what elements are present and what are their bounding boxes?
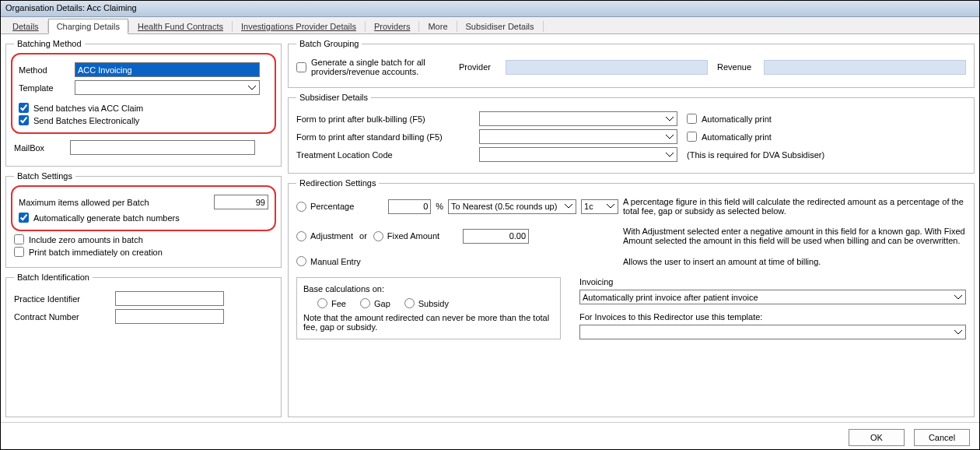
dva-note: (This is required for DVA Subsidiser) [687, 150, 824, 160]
batch-settings-highlight: Maximum items allowed per Batch Automati… [11, 185, 276, 231]
template-select[interactable] [75, 80, 260, 95]
batch-id-group: Batch Identification Practice Identifier… [5, 272, 282, 417]
rounding-select[interactable]: To Nearest (0.5c rounds up) [448, 199, 576, 214]
tab-investigations[interactable]: Investigations Provider Details [233, 19, 365, 33]
fixed-label: Fixed Amount [387, 231, 439, 241]
fee-radio[interactable] [317, 298, 327, 308]
tab-subsidiser[interactable]: Subsidiser Details [457, 19, 543, 33]
invoice-template-select[interactable] [579, 325, 966, 339]
auto-print-bulk-checkbox[interactable] [687, 114, 697, 124]
include-zero-checkbox[interactable] [14, 234, 24, 244]
provider-display [506, 60, 708, 75]
batching-legend: Batching Method [14, 39, 85, 48]
batch-grouping-group: Batch Grouping Generate a single batch f… [288, 39, 975, 88]
redirection-legend: Redirection Settings [296, 178, 379, 188]
manual-help: Allows the user to insert an amount at t… [623, 257, 966, 266]
contract-number-input[interactable] [115, 309, 224, 324]
subsidy-radio[interactable] [404, 298, 415, 308]
treatment-loc-label: Treatment Location Code [296, 150, 479, 160]
template-note: For Invoices to this Redirector use this… [579, 312, 966, 322]
fixed-radio[interactable] [373, 231, 383, 241]
practice-id-input[interactable] [115, 291, 224, 306]
form-bulk-label: Form to print after bulk-billing (F5) [296, 114, 479, 124]
invoicing-label: Invoicing [579, 277, 966, 287]
base-on-label: Base calculations on: [303, 284, 554, 294]
ok-button[interactable]: OK [849, 429, 905, 446]
treatment-loc-select[interactable] [479, 147, 677, 162]
auto-generate-label: Automatically generate batch numbers [33, 213, 180, 223]
auto-print-bulk-label: Automatically print [702, 114, 884, 124]
cancel-button[interactable]: Cancel [914, 429, 970, 446]
tab-healthfund[interactable]: Health Fund Contracts [129, 19, 232, 33]
contract-number-label: Contract Number [14, 312, 115, 322]
print-immediately-checkbox[interactable] [14, 247, 24, 257]
tab-more[interactable]: More [419, 19, 456, 33]
percentage-radio[interactable] [296, 202, 306, 212]
include-zero-label: Include zero amounts in batch [29, 235, 143, 244]
method-select[interactable]: ACC Invoicing [75, 62, 260, 77]
print-immediately-label: Print batch immediately on creation [29, 248, 163, 257]
batch-settings-group: Batch Settings Maximum items allowed per… [5, 171, 282, 268]
manual-radio[interactable] [296, 256, 306, 266]
adjustment-help: With Adjustment selected enter a negativ… [623, 227, 966, 245]
subsidy-label: Subsidy [418, 299, 449, 308]
or-label: or [359, 231, 367, 241]
tab-details[interactable]: Details [4, 19, 47, 33]
adjustment-label: Adjustment [310, 231, 353, 241]
tab-providers[interactable]: Providers [366, 19, 418, 33]
fee-label: Fee [331, 299, 346, 308]
single-batch-label: Generate a single batch for all provider… [311, 58, 459, 76]
single-batch-checkbox[interactable] [296, 62, 306, 72]
tab-bar: Details Charging Details Health Fund Con… [1, 17, 979, 34]
revenue-label: Revenue [717, 62, 764, 72]
auto-print-std-label: Automatically print [702, 132, 884, 142]
batch-settings-legend: Batch Settings [14, 171, 75, 181]
subsidiser-legend: Subsidiser Details [296, 93, 371, 102]
send-electronically-checkbox[interactable] [19, 115, 29, 125]
fixed-input[interactable] [463, 229, 529, 244]
auto-generate-checkbox[interactable] [19, 213, 29, 223]
batch-grouping-legend: Batch Grouping [296, 39, 362, 48]
batch-id-legend: Batch Identification [14, 272, 93, 282]
subsidiser-details-group: Subsidiser Details Form to print after b… [288, 93, 975, 174]
base-note: Note that the amount redirected can neve… [303, 313, 554, 332]
method-label: Method [19, 65, 75, 75]
percentage-input[interactable] [388, 199, 431, 214]
revenue-display [764, 60, 966, 75]
mailbox-input[interactable] [70, 140, 255, 155]
send-via-acc-label: Send batches via ACC Claim [33, 104, 143, 113]
max-items-input[interactable] [214, 195, 268, 209]
practice-id-label: Practice Identifier [14, 294, 115, 304]
send-via-acc-checkbox[interactable] [19, 103, 29, 113]
auto-print-std-checkbox[interactable] [687, 132, 697, 142]
percent-sign: % [436, 202, 443, 211]
round-unit-select[interactable]: 1c [581, 199, 618, 214]
adjustment-radio[interactable] [296, 231, 306, 241]
form-standard-label: Form to print after standard billing (F5… [296, 132, 479, 142]
form-bulk-select[interactable] [479, 111, 677, 126]
mailbox-label: MailBox [14, 143, 70, 153]
invoicing-select[interactable]: Automatically print invoice after patien… [579, 290, 966, 304]
window-title: Organisation Details: Acc Claiming [1, 1, 979, 17]
batching-method-group: Batching Method Method ACC Invoicing Tem… [5, 39, 282, 167]
redirection-group: Redirection Settings Percentage % To Nea… [288, 178, 975, 417]
percentage-label: Percentage [310, 202, 354, 211]
max-items-label: Maximum items allowed per Batch [19, 198, 214, 207]
provider-label: Provider [459, 62, 506, 72]
gap-label: Gap [374, 299, 390, 308]
send-electronically-label: Send Batches Electronically [33, 116, 139, 125]
form-standard-select[interactable] [479, 129, 677, 144]
percentage-help: A percentage figure in this field will c… [623, 197, 966, 216]
gap-radio[interactable] [360, 298, 370, 308]
tab-charging[interactable]: Charging Details [48, 19, 128, 34]
manual-label: Manual Entry [310, 257, 361, 266]
batching-highlight: Method ACC Invoicing Template Send batch… [11, 53, 276, 134]
template-label: Template [19, 83, 75, 93]
